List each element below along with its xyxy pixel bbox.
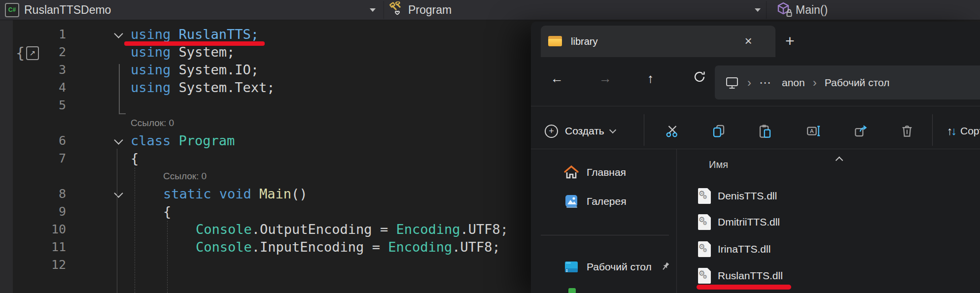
scissors-icon (665, 124, 680, 138)
delete-button[interactable] (900, 118, 914, 144)
forward-button[interactable]: → (599, 71, 612, 86)
sort-button[interactable]: ↑↓ Сортировать (947, 118, 980, 144)
file-name: RuslanTTS.dll (718, 270, 783, 282)
svg-text:A: A (810, 128, 814, 134)
fold-chevron-icon[interactable] (114, 29, 123, 38)
type-dropdown[interactable]: Program (389, 0, 452, 20)
code-line: static void Main() (163, 185, 308, 203)
navbar-divider (384, 1, 384, 19)
cut-button[interactable] (665, 118, 680, 144)
line-number: 12 (41, 256, 66, 274)
open-window-icon: ↗ (26, 46, 39, 60)
share-button[interactable] (853, 118, 868, 144)
back-button[interactable]: ← (551, 71, 563, 86)
tab-close-button[interactable]: × (740, 33, 757, 49)
codelens-references[interactable]: Ссылок: 0 (131, 114, 174, 132)
line-number: 8 (41, 185, 66, 203)
up-button[interactable]: ↑ (647, 71, 654, 86)
line-number: 4 (41, 79, 66, 97)
file-name: DmitriiTTS.dll (718, 216, 780, 228)
new-button[interactable]: + Создать (545, 118, 615, 144)
sidebar-separator[interactable] (676, 149, 677, 293)
line-number: 2 (41, 43, 66, 61)
plus-circle-icon: + (545, 125, 558, 138)
code-line: { (163, 203, 171, 221)
address-bar[interactable]: › ⋯ anon › Рабочий стол (715, 65, 980, 99)
chevron-down-icon[interactable] (370, 8, 376, 12)
dll-file-icon: ⚙⚙ (698, 214, 711, 230)
copy-button[interactable] (711, 118, 726, 144)
trash-icon (900, 124, 914, 138)
line-number: 10 (41, 221, 66, 238)
file-row[interactable]: ⚙⚙ DenisTTS.dll (698, 188, 777, 204)
fold-chevron-icon[interactable] (114, 135, 123, 144)
copy-icon (711, 124, 726, 138)
line-number: 1 (41, 26, 66, 43)
code-line: { (131, 150, 139, 167)
file-row[interactable]: ⚙⚙ DmitriiTTS.dll (698, 214, 780, 230)
breadcrumb-chevron-icon: › (813, 76, 817, 90)
sidebar-item-gallery[interactable]: Галерея (563, 194, 627, 209)
dll-file-icon: ⚙⚙ (698, 188, 711, 204)
explorer-tab-library[interactable]: library × (541, 26, 775, 57)
toolbar-divider (932, 114, 933, 146)
indent-guide (135, 167, 135, 293)
column-header-name[interactable]: Имя (709, 159, 728, 170)
stub-suggestion-icon[interactable]: { ↗ (16, 44, 39, 62)
chevron-down-icon[interactable] (755, 8, 761, 12)
fold-chevron-icon[interactable] (114, 189, 123, 197)
code-line: using System; (131, 43, 235, 61)
csharp-project-icon: C# (5, 3, 19, 17)
codelens-references[interactable]: Ссылок: 0 (163, 167, 207, 185)
red-underline-annotation (697, 285, 791, 290)
type-dropdown-label: Program (408, 3, 452, 17)
code-line: using System.IO; (131, 61, 259, 79)
rename-button[interactable]: A (806, 118, 821, 144)
editor-glyph-margin (0, 20, 13, 293)
pane-top-border (531, 149, 980, 149)
sidebar-item-label: Галерея (587, 195, 627, 207)
refresh-button[interactable] (693, 70, 706, 84)
line-number: 5 (41, 97, 66, 114)
this-pc-icon[interactable] (725, 76, 739, 90)
pinned-icon (661, 261, 670, 272)
paste-button[interactable] (758, 118, 772, 144)
dll-file-icon: ⚙⚙ (698, 268, 711, 284)
sort-button-label: Сортировать (960, 125, 980, 137)
breadcrumb-item-anon[interactable]: anon (782, 77, 805, 89)
file-explorer-window: library × + ← → ↑ › ⋯ anon › Р (531, 22, 980, 293)
file-row[interactable]: ⚙⚙ RuslanTTS.dll (698, 268, 783, 284)
code-line: using System.Text; (131, 79, 275, 97)
folder-icon (548, 36, 562, 47)
member-dropdown-label: Main() (796, 3, 828, 17)
tab-title: library (571, 36, 597, 47)
vs-navigation-bar: C# RuslanTTSDemo Program (0, 0, 980, 20)
project-dropdown-label: RuslanTTSDemo (24, 3, 111, 17)
code-line: class Program (131, 132, 235, 150)
sort-icon: ↑↓ (947, 125, 955, 138)
navbar-divider (766, 1, 767, 19)
sidebar-divider (541, 235, 669, 235)
project-dropdown[interactable]: C# RuslanTTSDemo (5, 0, 111, 20)
line-number: 6 (41, 132, 66, 150)
breadcrumb-ellipsis[interactable]: ⋯ (759, 76, 772, 90)
toolbar-separator (531, 106, 980, 106)
line-number: 7 (41, 150, 66, 167)
sidebar-item-home[interactable]: Главная (563, 165, 626, 180)
chevron-down-icon (609, 127, 616, 133)
indent-guide (117, 149, 117, 293)
sidebar-item-desktop[interactable]: Рабочий стол (563, 260, 670, 274)
code-editor[interactable]: { ↗ 1 2 3 4 5 6 7 8 9 10 11 12 using Rus… (0, 20, 531, 293)
sort-ascending-chevron-icon (836, 157, 843, 164)
breadcrumb-item-desktop[interactable]: Рабочий стол (825, 77, 890, 89)
desktop-icon (563, 260, 579, 274)
new-button-label: Создать (565, 125, 604, 137)
file-row[interactable]: ⚙⚙ IrinaTTS.dll (698, 241, 770, 257)
fold-region-guide (119, 64, 126, 114)
new-tab-button[interactable]: + (785, 33, 795, 49)
class-icon (389, 1, 405, 18)
screenshot-root: C# RuslanTTSDemo Program (0, 0, 980, 293)
dll-file-icon: ⚙⚙ (698, 241, 711, 257)
member-dropdown[interactable]: Main() (777, 0, 828, 20)
line-number: 9 (41, 203, 66, 221)
